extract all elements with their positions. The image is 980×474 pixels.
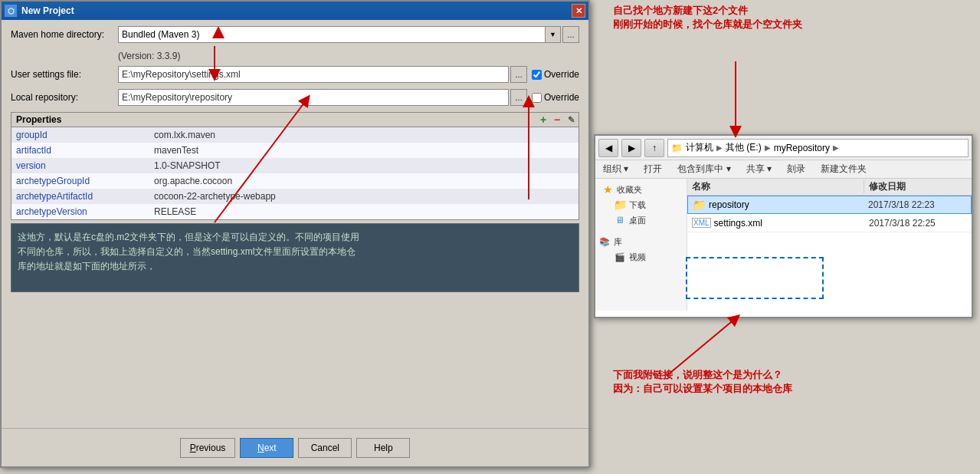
local-repo-label: Local repository: [11, 92, 118, 103]
address-pc: 计算机 [686, 141, 713, 154]
file-rows-container: 📁 repository 2017/3/18 22:23 XML setting… [687, 196, 972, 232]
override2-checkbox[interactable] [532, 93, 542, 103]
description-text: 这地方，默认是在c盘的.m2文件夹下的，但是这个是可以自定义的。不同的项目使用不… [18, 232, 359, 272]
address-other: 其他 (E:) [726, 141, 762, 154]
dialog-footer: Previous Next Cancel Help [2, 428, 588, 466]
sidebar-download[interactable]: 📁 下载 [598, 197, 683, 212]
add-property-button[interactable]: + [537, 114, 549, 126]
override2-container: Override [532, 92, 579, 103]
user-settings-input[interactable] [118, 66, 509, 83]
explorer-menubar: 组织 ▾ 打开 包含到库中 ▾ 共享 ▾ 刻录 新建文件夹 [595, 160, 972, 179]
library-label: 库 [614, 236, 622, 248]
version-row: (Version: 3.3.9) [11, 49, 579, 66]
previous-button[interactable]: Previous [180, 438, 236, 458]
dialog-body: Maven home directory: ▼ … (Version: 3.3.… [2, 20, 588, 301]
file-date: 2017/3/18 22:23 [864, 199, 971, 210]
prop-key: archetypeArtifactId [11, 189, 149, 204]
local-repo-browse[interactable]: … [510, 89, 527, 106]
properties-table: groupIdcom.lxk.mavenartifactIdmavenTestv… [11, 127, 578, 219]
property-row[interactable]: groupIdcom.lxk.maven [11, 127, 578, 143]
file-row[interactable]: 📁 repository 2017/3/18 22:23 [687, 196, 972, 214]
title-bar: ⬡ New Project ✕ [2, 2, 588, 20]
organize-menu[interactable]: 组织 ▾ [598, 161, 633, 177]
property-row[interactable]: artifactIdmavenTest [11, 143, 578, 158]
download-label: 下载 [629, 199, 646, 211]
local-repo-input[interactable] [118, 89, 509, 106]
forward-button[interactable]: ▶ [621, 139, 641, 157]
help-button[interactable]: Help [356, 438, 410, 458]
override1-label: Override [544, 69, 579, 80]
remove-property-button[interactable]: − [551, 114, 563, 126]
folder-icon: 📁 [693, 199, 706, 211]
close-button[interactable]: ✕ [572, 4, 585, 18]
override2-label: Override [544, 92, 579, 103]
back-button[interactable]: ◀ [598, 139, 618, 157]
file-name: 📁 repository [688, 199, 864, 211]
sidebar-video[interactable]: 🎬 视频 [598, 249, 683, 265]
explorer-main: ★ 收藏夹 📁 下载 🖥 桌面 📚 库 🎬 视频 [595, 179, 972, 311]
folder-icon-addr: 📁 [671, 143, 683, 153]
cancel-button[interactable]: Cancel [298, 438, 352, 458]
prop-value: 1.0-SNAPSHOT [149, 158, 578, 173]
prop-value: org.apache.cocoon [149, 173, 578, 189]
right-bottom-annotation: 下面我附链接，说明整这个是为什么？ 因为：自己可以设置某个项目的本地仓库 [613, 368, 792, 396]
up-button[interactable]: ↑ [644, 139, 664, 157]
desktop-label: 桌面 [629, 215, 646, 226]
dialog-title: New Project [21, 5, 572, 16]
right-top-line1: 自己找个地方新建下这2个文件 [613, 4, 802, 18]
next-button[interactable]: Next [240, 438, 293, 458]
property-row[interactable]: version1.0-SNAPSHOT [11, 158, 578, 173]
new-project-dialog: ⬡ New Project ✕ Maven home directory: ▼ … [0, 0, 590, 468]
new-folder-menu[interactable]: 新建文件夹 [816, 161, 871, 177]
user-settings-browse[interactable]: … [510, 66, 527, 83]
properties-header: Properties + − ✎ [11, 113, 578, 127]
include-library-menu[interactable]: 包含到库中 ▾ [673, 161, 735, 177]
library-icon: 📚 [598, 235, 611, 248]
prop-key: archetypeVersion [11, 204, 149, 219]
user-settings-label: User settings file: [11, 69, 118, 80]
prop-actions: + − ✎ [537, 113, 577, 127]
sidebar-library[interactable]: 📚 库 [598, 234, 683, 249]
properties-box: Properties + − ✎ groupIdcom.lxk.mavenart… [11, 112, 579, 220]
prop-value: cocoon-22-archetype-webapp [149, 189, 578, 204]
files-header: 名称 修改日期 [687, 179, 972, 196]
property-row[interactable]: archetypeVersionRELEASE [11, 204, 578, 219]
right-bottom-line1: 下面我附链接，说明整这个是为什么？ [613, 368, 792, 382]
maven-home-row: Maven home directory: ▼ … [11, 26, 579, 43]
file-row[interactable]: XML settings.xml 2017/3/18 22:25 [687, 214, 972, 232]
property-row[interactable]: archetypeArtifactIdcocoon-22-archetype-w… [11, 189, 578, 204]
video-icon: 🎬 [614, 251, 626, 263]
right-top-annotation: 自己找个地方新建下这2个文件 刚刚开始的时候，找个仓库就是个空文件夹 [613, 4, 802, 31]
prop-value: mavenTest [149, 143, 578, 158]
video-label: 视频 [629, 252, 646, 263]
explorer-files: 名称 修改日期 📁 repository 2017/3/18 22:23 XML… [687, 179, 972, 311]
maven-home-browse[interactable]: … [562, 26, 579, 43]
prop-value: com.lxk.maven [149, 127, 578, 143]
sep3: ▶ [833, 143, 839, 152]
sep1: ▶ [716, 143, 723, 152]
prop-value: RELEASE [149, 204, 578, 219]
sidebar-desktop[interactable]: 🖥 桌面 [598, 212, 683, 228]
desktop-icon: 🖥 [614, 214, 626, 226]
version-label: (Version: 3.3.9) [118, 51, 180, 61]
xml-icon: XML [692, 218, 711, 228]
override1-container: Override [532, 69, 579, 80]
share-menu[interactable]: 共享 ▾ [742, 161, 776, 177]
local-repo-row: Local repository: … Override [11, 89, 579, 106]
burn-menu[interactable]: 刻录 [782, 161, 810, 177]
maven-home-input[interactable] [118, 26, 546, 43]
override1-checkbox[interactable] [532, 70, 542, 80]
maven-home-label: Maven home directory: [11, 29, 118, 40]
col-date: 修改日期 [864, 180, 972, 193]
maven-home-combo[interactable]: ▼ [118, 26, 561, 43]
address-bar[interactable]: 📁 计算机 ▶ 其他 (E:) ▶ myRepository ▶ [667, 139, 969, 157]
open-menu[interactable]: 打开 [639, 161, 667, 177]
sep2: ▶ [765, 143, 771, 152]
property-row[interactable]: archetypeGroupIdorg.apache.cocoon [11, 173, 578, 189]
edit-property-button[interactable]: ✎ [565, 114, 577, 126]
prop-key: artifactId [11, 143, 149, 158]
maven-home-dropdown[interactable]: ▼ [546, 26, 561, 43]
prop-key: groupId [11, 127, 149, 143]
right-top-line2: 刚刚开始的时候，找个仓库就是个空文件夹 [613, 18, 802, 31]
col-name: 名称 [687, 180, 864, 193]
